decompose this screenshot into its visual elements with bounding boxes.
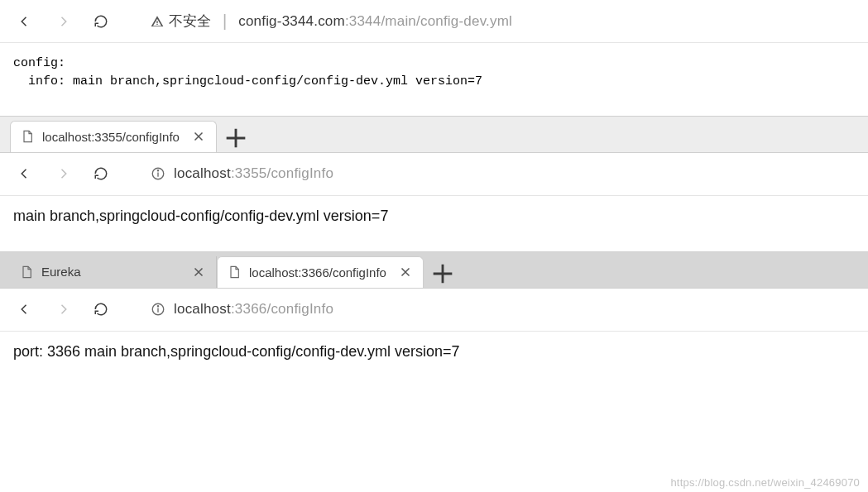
reload-button[interactable] [88, 296, 114, 322]
url-text: localhost:3366/configInfo [174, 301, 333, 318]
tab-strip: Eureka localhost:3366/configInfo [0, 252, 868, 289]
browser-window-1: 不安全 | config-3344.com:3344/main/config-d… [0, 0, 868, 116]
tab-title: localhost:3366/configInfo [249, 265, 390, 279]
reload-button[interactable] [88, 8, 114, 35]
tab-title: localhost:3355/configInfo [42, 130, 183, 144]
insecure-label-text: 不安全 [169, 12, 211, 31]
toolbar: 不安全 | config-3344.com:3344/main/config-d… [0, 0, 868, 43]
close-icon [191, 265, 206, 279]
file-icon [20, 265, 33, 279]
browser-window-3: Eureka localhost:3366/configInfo [0, 251, 868, 387]
forward-button[interactable] [50, 160, 76, 187]
page-content: config: info: main branch,springcloud-co… [0, 43, 868, 116]
forward-button[interactable] [50, 296, 76, 322]
new-tab-button[interactable] [429, 260, 457, 288]
tab-strip: localhost:3355/configInfo [0, 117, 868, 153]
svg-point-5 [157, 306, 158, 307]
address-bar[interactable]: localhost:3366/configInfo [126, 301, 856, 318]
tab-title: Eureka [41, 265, 183, 279]
svg-point-2 [157, 170, 158, 171]
tab-close-button[interactable] [191, 265, 206, 279]
security-indicator-info [151, 302, 165, 317]
plus-icon [429, 260, 457, 288]
security-indicator-insecure: 不安全 [151, 12, 211, 31]
close-icon [398, 265, 413, 279]
tab-close-button[interactable] [191, 129, 206, 144]
page-content: main branch,springcloud-config/config-de… [0, 196, 868, 251]
address-separator: | [223, 12, 227, 31]
info-icon [151, 302, 165, 317]
warning-icon [151, 15, 164, 28]
address-bar[interactable]: localhost:3355/configInfo [126, 165, 856, 182]
tab-active[interactable]: localhost:3355/configInfo [10, 121, 217, 152]
url-text: config-3344.com:3344/main/config-dev.yml [238, 13, 512, 30]
file-icon [228, 265, 241, 279]
watermark: https://blog.csdn.net/weixin_42469070 [670, 476, 860, 489]
file-icon [21, 130, 34, 143]
reload-button[interactable] [88, 160, 114, 187]
url-text: localhost:3355/configInfo [174, 165, 333, 182]
close-icon [191, 129, 206, 144]
forward-button[interactable] [50, 8, 76, 35]
back-button[interactable] [12, 160, 38, 187]
tab-active[interactable]: localhost:3366/configInfo [217, 256, 424, 288]
info-icon [151, 166, 165, 181]
tab-inactive[interactable]: Eureka [10, 256, 217, 288]
security-indicator-info [151, 166, 165, 181]
back-button[interactable] [12, 8, 38, 35]
tab-close-button[interactable] [398, 265, 413, 279]
plus-icon [222, 124, 250, 152]
toolbar: localhost:3355/configInfo [0, 153, 868, 196]
page-content: port: 3366 main branch,springcloud-confi… [0, 332, 868, 387]
address-bar[interactable]: 不安全 | config-3344.com:3344/main/config-d… [126, 12, 856, 31]
new-tab-button[interactable] [222, 124, 250, 152]
back-button[interactable] [12, 296, 38, 322]
toolbar: localhost:3366/configInfo [0, 289, 868, 332]
browser-window-2: localhost:3355/configInfo localhost:3355… [0, 116, 868, 251]
